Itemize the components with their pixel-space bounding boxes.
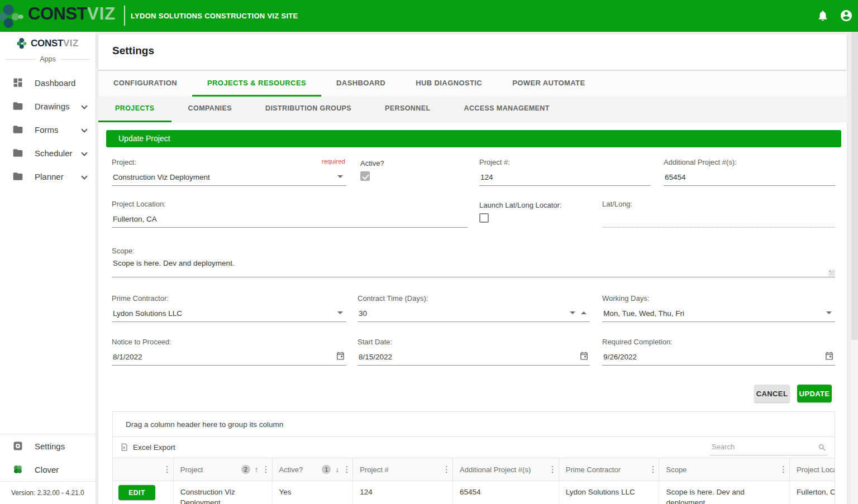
- column-menu-icon[interactable]: [163, 464, 169, 474]
- sidebar-item-drawings[interactable]: Drawings: [0, 94, 96, 118]
- field-value: 9/26/2022: [603, 353, 637, 361]
- subtab-companies[interactable]: COMPANIES: [171, 97, 249, 122]
- column-label: Scope: [666, 465, 687, 474]
- column-header-scope[interactable]: Scope: [659, 458, 790, 481]
- project-select[interactable]: Project: required Construction Viz Deplo…: [112, 158, 346, 186]
- search-icon[interactable]: [818, 443, 827, 452]
- scope-textarea[interactable]: Scope: Scope is here. Dev and deployment…: [112, 247, 835, 277]
- panel-title-banner: Update Project: [106, 130, 841, 147]
- grid-data-row: EDIT Construction Viz Deployment Yes 124…: [112, 481, 835, 504]
- sidebar-item-settings[interactable]: Settings: [0, 434, 96, 458]
- scrollbar-thumb[interactable]: [851, 32, 858, 340]
- launch-latlong-checkbox[interactable]: [479, 213, 489, 223]
- subtab-distribution-groups[interactable]: DISTRIBUTION GROUPS: [249, 97, 368, 122]
- field-label: Launch Lat/Long Locator:: [479, 201, 561, 209]
- field-value: Construction Viz Deployment: [113, 173, 210, 181]
- column-header-project-location[interactable]: Project Location: [790, 458, 835, 481]
- column-label: Active?: [279, 465, 303, 474]
- page-scrollbar[interactable]: [850, 32, 858, 504]
- project-location-input[interactable]: Project Location: Fullerton, CA: [112, 200, 468, 228]
- column-header-project-number[interactable]: Project #: [353, 458, 453, 481]
- update-button[interactable]: UPDATE: [797, 385, 832, 402]
- column-label: Prime Contractor: [566, 465, 621, 474]
- group-by-drop-zone[interactable]: Drag a column header here to group its c…: [112, 411, 835, 437]
- field-label: Notice to Proceed:: [112, 338, 171, 346]
- column-menu-icon[interactable]: [342, 464, 348, 474]
- notifications-bell-icon[interactable]: [817, 9, 829, 22]
- version-text: Version: 2.32.00 - 4.21.0: [0, 481, 96, 504]
- start-date[interactable]: Start Date: 8/15/2022: [358, 338, 590, 366]
- excel-export-button[interactable]: Excel Export: [120, 443, 175, 452]
- chevron-down-icon[interactable]: [337, 311, 343, 314]
- chevron-down-icon[interactable]: [81, 103, 87, 109]
- additional-project-numbers-input[interactable]: Additional Project #(s): 65454: [664, 158, 835, 186]
- subtab-personnel[interactable]: PERSONNEL: [368, 97, 447, 122]
- cancel-button[interactable]: CANCEL: [754, 385, 790, 402]
- subtab-projects[interactable]: PROJECTS: [98, 97, 171, 122]
- latlong-input[interactable]: Lat/Long:: [602, 200, 835, 228]
- sidebar-item-label: Clover: [35, 465, 59, 474]
- tab-dashboard[interactable]: DASHBOARD: [321, 71, 401, 97]
- stepper-up-icon[interactable]: [581, 311, 587, 314]
- account-icon[interactable]: [840, 9, 853, 22]
- field-value: 30: [359, 309, 367, 318]
- calendar-icon[interactable]: [824, 351, 834, 361]
- required-completion-date[interactable]: Required Completion: 9/26/2022: [602, 338, 835, 366]
- tab-hub-diagnostic[interactable]: HUB DIAGNOSTIC: [401, 71, 497, 97]
- column-menu-icon[interactable]: [779, 464, 785, 474]
- tab-power-automate[interactable]: POWER AUTOMATE: [497, 71, 600, 97]
- stepper-down-icon[interactable]: [570, 311, 575, 314]
- edit-row-button[interactable]: EDIT: [118, 485, 155, 500]
- sidebar-item-planner[interactable]: Planner: [0, 165, 96, 188]
- working-days-select[interactable]: Working Days: Mon, Tue, Wed, Thu, Fri: [602, 294, 835, 322]
- calendar-icon[interactable]: [579, 351, 589, 361]
- column-header-additional-project-numbers[interactable]: Additional Project #(s): [453, 458, 559, 481]
- column-menu-icon[interactable]: [649, 464, 654, 474]
- column-menu-icon[interactable]: [442, 464, 448, 474]
- column-header-active[interactable]: Active? 1: [273, 458, 354, 481]
- folder-icon: [12, 147, 23, 159]
- column-header-project[interactable]: Project 2: [174, 458, 273, 481]
- excel-file-icon: [120, 443, 129, 452]
- active-check-field: Active?: [360, 159, 384, 167]
- sidebar-item-dashboard[interactable]: Dashboard: [0, 71, 96, 94]
- main-content: Settings CONFIGURATION PROJECTS & RESOUR…: [96, 32, 850, 504]
- notice-to-proceed-date[interactable]: Notice to Proceed: 8/1/2022: [112, 338, 346, 366]
- chevron-down-icon[interactable]: [81, 126, 87, 132]
- secondary-tabs: PROJECTS COMPANIES DISTRIBUTION GROUPS P…: [98, 97, 847, 122]
- sidebar-item-label: Forms: [35, 125, 59, 135]
- subtab-access-management[interactable]: ACCESS MANAGEMENT: [447, 97, 566, 122]
- scope-cell: Scope is here. Dev and deployment.: [659, 481, 790, 504]
- prime-contractor-select[interactable]: Prime Contractor: Lydon Solutions LLC: [112, 294, 346, 322]
- column-menu-icon[interactable]: [262, 464, 268, 474]
- calendar-icon[interactable]: [336, 351, 345, 361]
- chevron-down-icon[interactable]: [826, 311, 832, 314]
- tab-configuration[interactable]: CONFIGURATION: [98, 71, 192, 97]
- sidebar-logo: CONSTVIZ: [0, 37, 96, 49]
- sort-desc-icon: [335, 465, 339, 474]
- search-input[interactable]: [709, 440, 813, 451]
- column-header-edit: [113, 458, 174, 481]
- sort-order-badge: 2: [241, 465, 250, 474]
- chevron-down-icon[interactable]: [81, 150, 87, 156]
- column-menu-icon[interactable]: [549, 464, 554, 474]
- sidebar-item-scheduler[interactable]: Scheduler: [0, 141, 96, 165]
- project-number-cell: 124: [353, 481, 453, 504]
- prime-contractor-cell: Lydon Solutions LLC: [559, 481, 660, 504]
- contract-time-stepper[interactable]: Contract Time (Days): 30: [358, 294, 590, 322]
- chevron-down-icon[interactable]: [81, 173, 87, 179]
- chevron-down-icon[interactable]: [337, 175, 343, 178]
- launch-latlong-check-field: Launch Lat/Long Locator:: [479, 201, 561, 209]
- sidebar-item-clover[interactable]: Clover: [0, 458, 96, 481]
- required-flag: required: [322, 158, 345, 165]
- field-value: 124: [480, 173, 493, 181]
- resize-handle[interactable]: [829, 270, 835, 276]
- project-number-input[interactable]: Project #: 124: [479, 158, 651, 186]
- column-header-prime-contractor[interactable]: Prime Contractor: [559, 458, 660, 481]
- sidebar-item-forms[interactable]: Forms: [0, 118, 96, 141]
- sort-order-badge: 1: [322, 465, 331, 474]
- apps-label: Apps: [40, 55, 56, 63]
- active-checkbox[interactable]: [360, 171, 370, 181]
- tab-projects-resources[interactable]: PROJECTS & RESOURCES: [192, 71, 321, 97]
- brand-viz: VIZ: [63, 38, 79, 49]
